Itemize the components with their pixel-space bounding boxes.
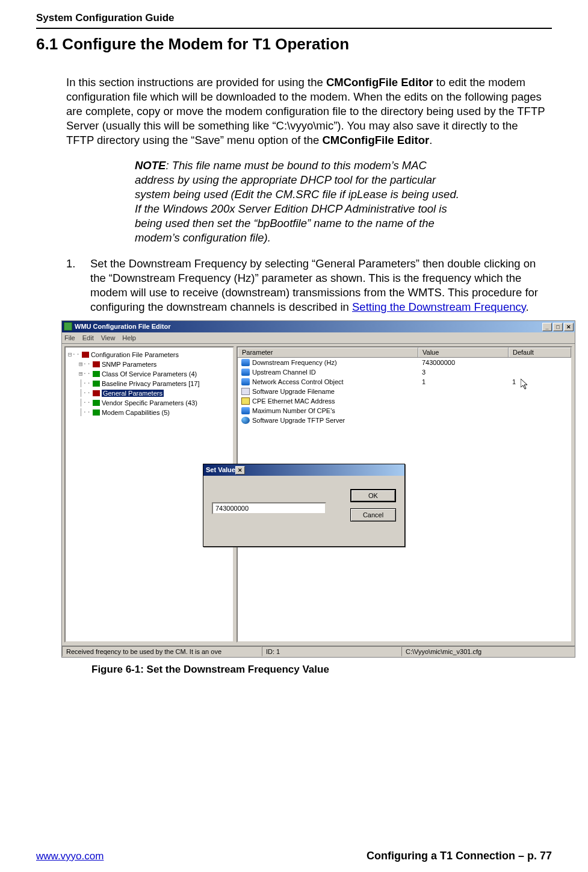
globe-icon: [241, 417, 250, 424]
window-buttons: _ □ ✕: [542, 322, 575, 331]
list-row[interactable]: Downstream Frequency (Hz)743000000: [238, 358, 571, 367]
tree-item[interactable]: │··General Parameters: [67, 388, 232, 398]
note-text: : This file name must be bound to this m…: [135, 159, 459, 244]
tree-label: Configuration File Parameters: [91, 351, 179, 358]
tree-item[interactable]: │··Baseline Privacy Parameters [17]: [67, 379, 232, 388]
tree-expand-icon[interactable]: │··: [79, 399, 91, 406]
tree-label: Class Of Service Parameters (4): [102, 370, 197, 378]
param-name: Maximum Number Of CPE's: [252, 407, 335, 414]
list-row[interactable]: Maximum Number Of CPE's: [238, 406, 571, 416]
col-parameter[interactable]: Parameter: [238, 347, 418, 357]
page-footer: www.vyyo.com Configuring a T1 Connection…: [36, 850, 552, 862]
step-text-2: .: [526, 301, 529, 313]
intro-text-e: .: [429, 134, 432, 146]
close-button[interactable]: ✕: [564, 323, 574, 331]
param-value: 3: [418, 369, 509, 376]
minimize-button[interactable]: _: [542, 323, 552, 331]
menu-view[interactable]: View: [101, 334, 116, 341]
param-name: CPE Ethernet MAC Address: [252, 397, 335, 405]
menu-edit[interactable]: Edit: [82, 334, 94, 341]
tree-label: Baseline Privacy Parameters [17]: [102, 380, 200, 387]
footer-link[interactable]: www.vyyo.com: [36, 850, 104, 862]
blue-icon: [241, 369, 250, 376]
cancel-button[interactable]: Cancel: [350, 508, 396, 522]
list-rows: Downstream Frequency (Hz)743000000Upstre…: [238, 358, 571, 425]
intro-paragraph: In this section instructions are provide…: [66, 75, 546, 148]
figure-caption: Figure 6-1: Set the Downstream Frequency…: [91, 664, 552, 676]
header-rule: [36, 28, 552, 29]
menu-file[interactable]: File: [64, 334, 75, 341]
app-icon: [64, 322, 72, 331]
param-value: 743000000: [418, 359, 509, 366]
param-name: Software Upgrade Filename: [252, 388, 335, 395]
menubar: File Edit View Help: [62, 332, 575, 344]
status-message: Received freqency to be used by the CM. …: [62, 646, 262, 656]
folder-icon: [93, 390, 100, 396]
tree-item[interactable]: ⊟··Configuration File Parameters: [67, 350, 232, 360]
tree-label: Modem Capabilities (5): [102, 409, 170, 416]
tree-item[interactable]: │··Modem Capabilities (5): [67, 408, 232, 417]
dialog-titlebar: Set Value ✕: [203, 464, 404, 476]
list-row[interactable]: Network Access Control Object11: [238, 377, 571, 387]
dialog-close-button[interactable]: ✕: [235, 466, 245, 475]
tree-label: Vendor Specific Parameters (43): [102, 399, 197, 406]
param-name: Upstream Channel ID: [252, 369, 316, 376]
intro-text-a: In this section instructions are provide…: [66, 76, 326, 89]
tree-expand-icon[interactable]: ⊞··: [79, 370, 91, 378]
window-title: WMU Configuration File Editor: [75, 323, 542, 330]
folder-icon: [93, 361, 100, 367]
statusbar: Received freqency to be used by the CM. …: [62, 646, 575, 657]
doc-header: System Configuration Guide: [36, 12, 552, 24]
col-default[interactable]: Default: [509, 347, 571, 357]
footer-page-info: Configuring a T1 Connection – p. 77: [367, 850, 552, 862]
ok-button[interactable]: OK: [350, 489, 396, 502]
card-icon: [241, 397, 250, 405]
section-heading: 6.1 Configure the Modem for T1 Operation: [36, 35, 552, 54]
intro-bold-1: CMConfigFile Editor: [326, 76, 433, 89]
figure-wrap: WMU Configuration File Editor _ □ ✕ File…: [61, 320, 575, 658]
tree-label: General Parameters: [102, 390, 164, 397]
param-icon: [93, 381, 100, 387]
step-1: 1.Set the Downstream Frequency by select…: [90, 257, 546, 314]
set-value-dialog: Set Value ✕ OK Cancel: [203, 464, 405, 547]
tree-label: SNMP Parameters: [102, 361, 157, 368]
note-block: NOTE: This file name must be bound to th…: [135, 158, 462, 245]
param-value: 1: [418, 378, 509, 385]
menu-help[interactable]: Help: [122, 334, 136, 341]
param-name: Network Access Control Object: [252, 378, 344, 385]
value-input[interactable]: [212, 502, 326, 514]
note-label: NOTE: [135, 159, 166, 172]
tree-expand-icon[interactable]: ⊞··: [79, 360, 91, 368]
list-row[interactable]: Software Upgrade TFTP Server: [238, 416, 571, 425]
param-default: 1: [509, 378, 571, 385]
param-icon: [93, 371, 100, 377]
param-icon: [93, 400, 100, 406]
list-row[interactable]: CPE Ethernet MAC Address: [238, 396, 571, 406]
step-link[interactable]: Setting the Downstream Frequency: [352, 301, 526, 313]
tree-item[interactable]: ⊞··SNMP Parameters: [67, 360, 232, 369]
maximize-button[interactable]: □: [553, 323, 563, 331]
blue-icon: [241, 407, 250, 414]
step-number: 1.: [66, 257, 90, 271]
tree-item[interactable]: ⊞··Class Of Service Parameters (4): [67, 369, 232, 379]
status-id: ID: 1: [262, 646, 401, 656]
dialog-body: OK Cancel: [203, 476, 404, 547]
tree-expand-icon[interactable]: │··: [79, 379, 91, 387]
list-header: Parameter Value Default: [238, 347, 571, 358]
tree-expand-icon[interactable]: │··: [79, 408, 91, 416]
status-path: C:\Vyyo\mic\mic_v301.cfg: [401, 646, 575, 656]
list-row[interactable]: Upstream Channel ID3: [238, 367, 571, 377]
app-window: WMU Configuration File Editor _ □ ✕ File…: [61, 320, 575, 658]
param-icon: [93, 410, 100, 416]
tree-item[interactable]: │··Vendor Specific Parameters (43): [67, 398, 232, 408]
intro-bold-2: CMConfigFile Editor: [322, 134, 429, 146]
folder-icon: [82, 352, 89, 358]
tree-expand-icon[interactable]: ⊟··: [68, 350, 80, 358]
blue-icon: [241, 378, 250, 385]
tree-expand-icon[interactable]: │··: [79, 389, 91, 397]
param-name: Software Upgrade TFTP Server: [252, 417, 345, 424]
wrench-icon: [241, 388, 250, 395]
col-value[interactable]: Value: [418, 347, 509, 357]
param-name: Downstream Frequency (Hz): [252, 359, 337, 366]
list-row[interactable]: Software Upgrade Filename: [238, 387, 571, 396]
